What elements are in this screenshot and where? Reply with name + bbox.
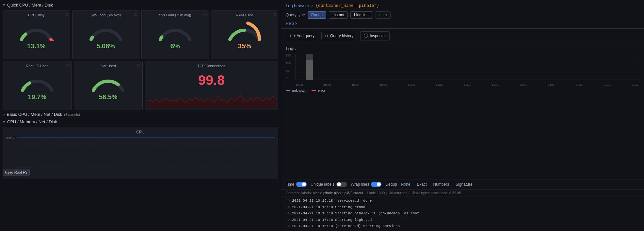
svg-rect-9	[306, 60, 313, 80]
legend-dot-error	[312, 90, 316, 91]
time-control: Time	[286, 182, 307, 187]
log-arrow-4: |>	[286, 223, 290, 229]
info-icon-sysload5[interactable]: ⓘ	[134, 12, 137, 17]
cpu-chart-card: CPU 100% 80%	[3, 127, 278, 179]
cpu-chart-svg	[17, 136, 275, 176]
legend-unknown: unknown	[286, 88, 306, 92]
query-history-button[interactable]: ↺ Query history	[321, 32, 357, 40]
log-entry-4: |> 2021-04-21 10:16:18 [services.d] star…	[286, 223, 639, 230]
gauge-sysload5: Sys Load (5m avg) ⓘ 5.08%	[72, 10, 140, 59]
gauge-svg-cpu	[18, 18, 54, 41]
section3-title: ∨ CPU / Memory / Net / Disk	[3, 119, 278, 124]
log-entry-text-1: 2021-04-21 10:16:18 Starting crond	[292, 205, 365, 210]
dedup-none[interactable]: None	[398, 181, 413, 187]
log-entry-text-0: 2021-04-21 10:16:18 [services.d] done.	[292, 198, 374, 204]
time-label: Time	[286, 182, 294, 187]
logs-x-labels: 10:20 10:30 10:40 10:50 11:00 11:10 11:2…	[296, 83, 639, 86]
query-btn-instant[interactable]: Instant	[329, 11, 348, 19]
unique-labels-control: Unique labels	[311, 182, 347, 187]
inspector-label: Inspector	[370, 34, 386, 38]
legend-label-error: error	[318, 88, 325, 92]
gauge-svg-sysload15	[157, 18, 193, 41]
gauge-rootfs-title: Root FS Used	[26, 64, 48, 68]
query-btn-auto[interactable]: auto	[376, 11, 390, 19]
info-icon-ram[interactable]: ⓘ	[273, 12, 276, 17]
section2-label: Basic CPU / Mem / Net / Disk	[7, 112, 62, 117]
gauge-ram: RAM Used ⓘ 35%	[211, 10, 279, 59]
help-row: Help >	[286, 21, 639, 26]
dedup-numbers[interactable]: Numbers	[431, 181, 452, 187]
logs-section: Logs 150 100 50 0 1	[281, 43, 644, 179]
actions-row: + + Add query ↺ Query history ⓘ Inspecto…	[281, 29, 644, 43]
logs-chart-inner	[296, 54, 639, 80]
info-icon-cpu[interactable]: ⓘ	[65, 12, 68, 17]
common-labels-row: Common labels: pihole pihole pihole pi8-…	[281, 190, 644, 196]
logs-x-1140: 11:40	[520, 83, 527, 86]
section1-chevron[interactable]: ∨	[3, 3, 5, 7]
log-arrow-3: |>	[286, 217, 290, 223]
logs-y-150: 150	[286, 54, 295, 57]
unique-labels-label: Unique labels	[311, 182, 334, 187]
logs-x-1220: 12:20	[632, 83, 639, 86]
cpu-chart-section: CPU 100% 80%	[3, 127, 278, 179]
section2-chevron[interactable]: >	[3, 113, 5, 116]
logs-chart-svg	[296, 54, 639, 80]
add-query-label: + Add query	[294, 34, 314, 38]
gauge-ram-value: 35%	[238, 42, 251, 50]
logs-y-100: 100	[286, 61, 295, 65]
time-toggle[interactable]	[296, 182, 307, 187]
log-arrow-2: |>	[286, 211, 290, 217]
unique-labels-toggle[interactable]	[336, 182, 347, 187]
gauge-rootfs: Root FS Used ⓘ 19.7%	[3, 61, 72, 110]
right-panel: Log browser > {container_name="pihole"} …	[281, 0, 644, 231]
breadcrumb-link[interactable]: Log browser	[286, 3, 309, 8]
plus-icon: +	[289, 34, 292, 38]
inspector-button[interactable]: ⓘ Inspector	[360, 31, 389, 40]
gauge-sysload15-title: Sys Load (15m avg)	[159, 13, 191, 17]
cpu-chart-inner	[17, 136, 275, 176]
logs-x-1050: 10:50	[380, 83, 387, 86]
logs-chart: 150 100 50 0 10:20 10:30 10:4	[286, 54, 639, 86]
gauge-var: /var Used ⓘ 56.5%	[74, 61, 143, 110]
tcp-sparkline	[147, 91, 276, 108]
gauge-var-value: 56.5%	[99, 93, 118, 101]
log-entry-2: |> 2021-04-21 10:16:18 Starting pihole-F…	[286, 210, 639, 217]
gauge-sysload5-title: Sys Load (5m avg)	[91, 13, 121, 17]
dedup-signature[interactable]: Signature	[453, 181, 475, 187]
breadcrumb-sep: >	[311, 3, 314, 8]
info-icon-sysload15[interactable]: ⓘ	[203, 12, 207, 17]
common-labels-values: pihole pihole pihole pi8-0 stdout	[313, 191, 363, 195]
gauge-svg-var	[90, 69, 126, 92]
query-btn-range[interactable]: Range	[308, 11, 326, 19]
gauge-cpu-busy: CPU Busy ⓘ 13.1%	[3, 10, 70, 59]
section2-title: > Basic CPU / Mem / Net / Disk (4 panels…	[3, 112, 278, 117]
controls-row: Time Unique labels Wrap lines Dedup None…	[281, 179, 644, 190]
left-panel: ∨ Quick CPU / Mem / Disk Used Root FS CP…	[0, 0, 281, 231]
dedup-exact[interactable]: Exact	[414, 181, 429, 187]
cpu-y-label-100: 100%	[6, 136, 15, 140]
cpu-y-labels: 100% 80%	[6, 136, 15, 176]
cpu-chart-area: 100% 80%	[6, 136, 275, 176]
logs-x-1150: 11:50	[548, 83, 555, 86]
help-link[interactable]: Help >	[286, 21, 297, 26]
query-badge[interactable]: {container_name="pihole"}	[315, 3, 379, 8]
info-icon-var[interactable]: ⓘ	[137, 63, 140, 68]
wrap-lines-toggle[interactable]	[371, 182, 381, 187]
tcp-value: 99.8	[198, 72, 225, 88]
section3-chevron[interactable]: ∨	[3, 120, 5, 124]
gauge-var-title: /var Used	[101, 64, 116, 68]
tcp-card-title: TCP Connections	[147, 64, 276, 68]
info-icon-rootfs[interactable]: ⓘ	[66, 63, 70, 68]
log-entry-0: |> 2021-04-21 10:16:18 [services.d] done…	[286, 198, 639, 204]
query-btn-linelimit[interactable]: Line limit	[350, 11, 373, 19]
cpu-y-label-80: 80%	[6, 172, 15, 176]
add-query-button[interactable]: + + Add query	[286, 32, 318, 40]
logs-y-labels: 150 100 50 0	[286, 54, 295, 80]
log-entry-1: |> 2021-04-21 10:16:18 Starting crond	[286, 204, 639, 211]
log-entry-text-4: 2021-04-21 10:16:18 [services.d] startin…	[292, 223, 400, 229]
logs-legend: unknown error	[286, 88, 639, 92]
logs-x-1100: 11:00	[408, 83, 415, 86]
wrap-lines-control: Wrap lines	[351, 182, 381, 187]
log-arrow-0: |>	[286, 198, 290, 204]
limit-text: Limit: 1000 (130 returned)	[367, 191, 409, 195]
